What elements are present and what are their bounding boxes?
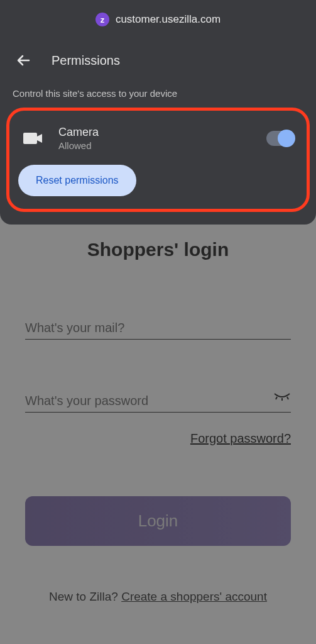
- permission-row-camera: Camera Allowed: [18, 122, 298, 165]
- panel-header: Permissions: [0, 33, 316, 88]
- svg-rect-3: [23, 133, 37, 144]
- site-domain: customer.usezilla.com: [116, 13, 221, 26]
- toggle-knob: [278, 130, 295, 147]
- highlight-annotation: Camera Allowed Reset permissions: [6, 108, 310, 212]
- permission-status: Allowed: [58, 140, 253, 151]
- camera-toggle[interactable]: [266, 131, 294, 146]
- permissions-description: Control this site's access to your devic…: [0, 88, 316, 108]
- reset-permissions-button[interactable]: Reset permissions: [18, 165, 136, 196]
- permission-text: Camera Allowed: [58, 126, 253, 151]
- permissions-panel: z customer.usezilla.com Permissions Cont…: [0, 0, 316, 225]
- url-bar: z customer.usezilla.com: [0, 0, 316, 33]
- site-favicon-icon: z: [95, 13, 109, 26]
- camera-icon: [22, 129, 45, 148]
- permissions-title: Permissions: [52, 53, 120, 68]
- back-arrow-icon[interactable]: [15, 52, 33, 69]
- permission-name: Camera: [58, 126, 253, 139]
